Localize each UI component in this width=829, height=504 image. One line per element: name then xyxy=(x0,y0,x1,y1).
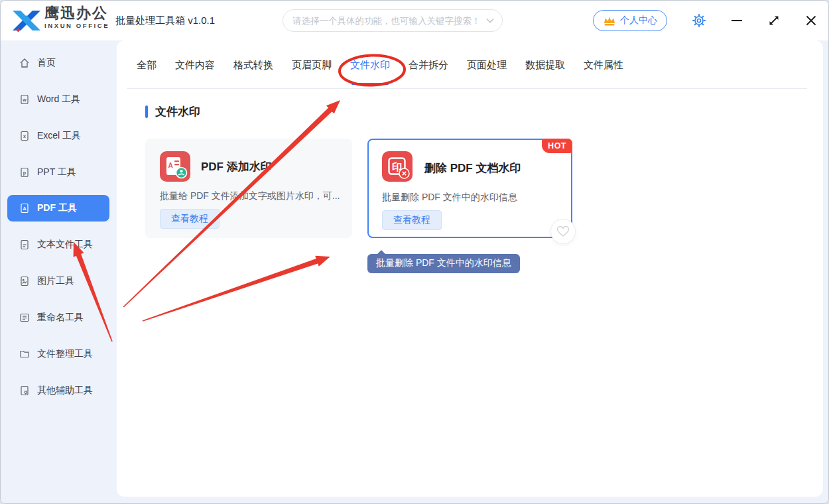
sidebar-item-file-organize-tools[interactable]: 文件整理工具 xyxy=(7,341,109,367)
view-tutorial-button[interactable]: 查看教程 xyxy=(160,209,220,229)
svg-text:A: A xyxy=(168,162,172,169)
sidebar-item-image-tools[interactable]: 图片工具 xyxy=(7,268,109,294)
card-pdf-add-watermark[interactable]: A PDF 添加水印 批量给 PDF 文件添加文字或图片水印，可... 查看教程 xyxy=(145,139,352,238)
brand-name-en: INXUN OFFICE xyxy=(44,23,109,29)
tab-all[interactable]: 全部 xyxy=(137,59,157,74)
sidebar: 首页 w Word 工具 x Excel 工具 p PPT 工具 A PDF 工… xyxy=(1,40,117,504)
sidebar-item-text-file-tools[interactable]: 文本文件工具 xyxy=(7,231,109,258)
personal-center-button[interactable]: 个人中心 xyxy=(593,10,667,31)
ppt-doc-icon: p xyxy=(19,167,30,178)
tab-format-convert[interactable]: 格式转换 xyxy=(233,59,273,74)
svg-text:p: p xyxy=(23,170,26,176)
sidebar-item-pdf-tools[interactable]: A PDF 工具 xyxy=(7,195,109,221)
sidebar-item-label: Excel 工具 xyxy=(37,130,81,142)
minimize-icon xyxy=(730,14,743,27)
main-panel: 全部 文件内容 格式转换 页眉页脚 文件水印 合并拆分 页面处理 数据提取 文件… xyxy=(117,40,823,497)
maximize-restore-button[interactable] xyxy=(762,1,786,40)
pdf-add-watermark-icon: A xyxy=(160,151,190,182)
close-icon xyxy=(804,14,818,27)
heart-icon xyxy=(556,225,570,237)
word-doc-icon: w xyxy=(19,94,30,105)
minimize-button[interactable] xyxy=(725,1,749,40)
card-remove-pdf-watermark[interactable]: HOT 印 删除 PDF 文档水印 批量删除 PDF 文件中的水印信息 查看教程 xyxy=(367,139,572,238)
tab-merge-split[interactable]: 合并拆分 xyxy=(409,59,448,74)
card-title: 删除 PDF 文档水印 xyxy=(424,160,521,176)
sidebar-item-ppt-tools[interactable]: p PPT 工具 xyxy=(7,159,109,186)
rename-list-icon xyxy=(19,312,30,323)
sidebar-item-label: PDF 工具 xyxy=(37,202,77,214)
sidebar-item-label: 其他辅助工具 xyxy=(37,385,93,397)
sidebar-item-label: 文件整理工具 xyxy=(37,348,93,360)
tabs-divider xyxy=(127,88,807,89)
svg-text:x: x xyxy=(23,134,26,139)
sidebar-item-label: PPT 工具 xyxy=(37,166,76,178)
sidebar-item-word-tools[interactable]: w Word 工具 xyxy=(7,86,109,113)
tab-file-content[interactable]: 文件内容 xyxy=(175,59,215,74)
sidebar-item-excel-tools[interactable]: x Excel 工具 xyxy=(7,123,109,149)
tab-page-process[interactable]: 页面处理 xyxy=(467,59,507,74)
svg-text:w: w xyxy=(22,97,27,102)
app-window: 鹰迅办公 INXUN OFFICE 批量处理工具箱 v1.0.1 个人中心 xyxy=(0,0,829,504)
chevron-down-icon[interactable] xyxy=(486,18,494,23)
title-bar: 鹰迅办公 INXUN OFFICE 批量处理工具箱 v1.0.1 个人中心 xyxy=(1,1,829,40)
app-title: 批量处理工具箱 v1.0.1 xyxy=(115,1,215,40)
card-description: 批量删除 PDF 文件中的水印信息 xyxy=(382,192,562,204)
doc-shield-icon xyxy=(19,385,30,396)
tab-file-watermark[interactable]: 文件水印 xyxy=(350,59,390,74)
view-tutorial-button[interactable]: 查看教程 xyxy=(382,210,442,230)
sidebar-item-label: Word 工具 xyxy=(37,94,80,105)
settings-button[interactable] xyxy=(687,1,711,40)
sidebar-item-label: 重命名工具 xyxy=(37,312,84,324)
resize-diagonal-icon xyxy=(767,14,781,27)
card-title: PDF 添加水印 xyxy=(201,159,272,174)
tab-file-attributes[interactable]: 文件属性 xyxy=(584,59,623,74)
text-doc-icon xyxy=(19,239,30,250)
sidebar-item-label: 图片工具 xyxy=(37,275,74,287)
brand-name-cn: 鹰迅办公 xyxy=(44,6,109,21)
sidebar-item-label: 文本文件工具 xyxy=(37,239,93,251)
sidebar-item-home[interactable]: 首页 xyxy=(7,50,109,76)
tab-data-extract[interactable]: 数据提取 xyxy=(525,59,565,74)
folder-icon xyxy=(19,349,30,359)
sidebar-item-rename-tools[interactable]: 重命名工具 xyxy=(7,304,109,331)
category-tabs: 全部 文件内容 格式转换 页眉页脚 文件水印 合并拆分 页面处理 数据提取 文件… xyxy=(137,59,623,74)
image-doc-icon xyxy=(19,276,30,286)
close-button[interactable] xyxy=(799,1,823,40)
sidebar-item-label: 首页 xyxy=(37,57,56,69)
search-input[interactable] xyxy=(292,16,482,26)
hot-badge: HOT xyxy=(542,139,572,153)
sidebar-item-other-tools[interactable]: 其他辅助工具 xyxy=(7,377,109,404)
crown-icon xyxy=(603,15,616,27)
excel-doc-icon: x xyxy=(19,131,30,141)
remove-watermark-icon: 印 xyxy=(382,151,413,182)
personal-center-label: 个人中心 xyxy=(620,15,657,27)
tab-header-footer[interactable]: 页眉页脚 xyxy=(292,59,332,74)
gear-icon xyxy=(692,13,706,28)
section-accent-bar xyxy=(145,105,148,118)
card-description: 批量给 PDF 文件添加文字或图片水印，可... xyxy=(160,190,340,202)
section-header: 文件水印 xyxy=(145,104,200,119)
favorite-button[interactable] xyxy=(550,219,576,244)
pdf-doc-icon: A xyxy=(19,203,30,214)
brand-logo-icon xyxy=(11,8,42,33)
section-title: 文件水印 xyxy=(155,104,200,119)
svg-text:A: A xyxy=(23,206,26,211)
tooltip: 批量删除 PDF 文件中的水印信息 xyxy=(367,254,520,273)
function-search-combobox[interactable] xyxy=(283,9,503,32)
home-icon xyxy=(19,58,30,68)
brand-name: 鹰迅办公 INXUN OFFICE xyxy=(44,6,109,29)
